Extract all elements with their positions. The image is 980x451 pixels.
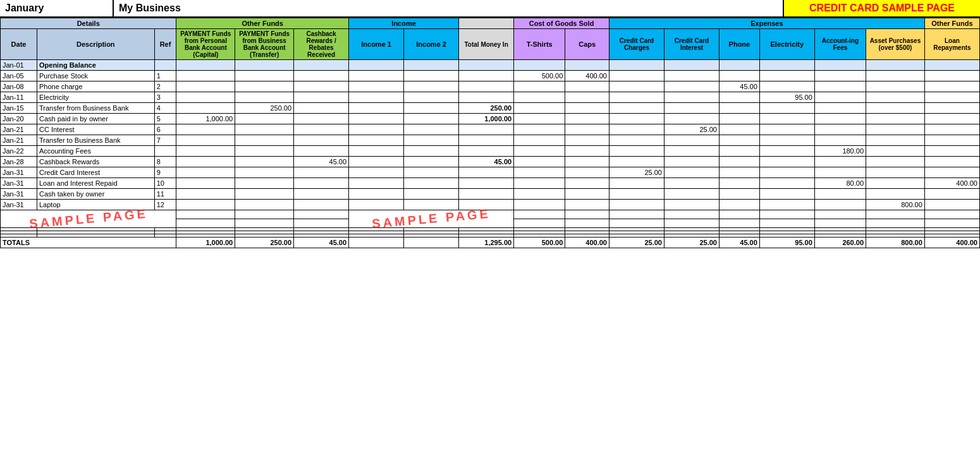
- table-cell: [176, 210, 235, 219]
- table-cell: [719, 103, 759, 114]
- table-cell: [924, 81, 979, 92]
- table-cell: [565, 103, 609, 114]
- col-asset-purchases: Asset Purchases (over $500): [866, 29, 925, 60]
- table-cell: [664, 60, 719, 71]
- table-cell: [349, 92, 404, 103]
- table-cell: [759, 81, 814, 92]
- table-cell: [565, 210, 609, 219]
- table-cell: [565, 167, 609, 178]
- table-cell: [924, 167, 979, 178]
- table-cell: 12: [154, 200, 176, 210]
- table-cell: [459, 135, 514, 146]
- table-cell: [235, 167, 294, 178]
- table-row: Jan-01Opening Balance: [1, 60, 980, 71]
- table-cell: [664, 114, 719, 124]
- table-cell: [235, 124, 294, 135]
- table-cell: [759, 103, 814, 114]
- table-cell: [814, 103, 866, 114]
- table-cell: [404, 124, 459, 135]
- table-cell: [664, 189, 719, 200]
- table-cell: [235, 114, 294, 124]
- table-cell: [924, 200, 979, 210]
- table-cell: Jan-08: [1, 81, 37, 92]
- table-cell: [176, 157, 235, 167]
- table-cell: [235, 157, 294, 167]
- table-cell: [609, 200, 664, 210]
- table-cell: [176, 219, 235, 228]
- table-cell: [514, 167, 565, 178]
- table-cell: [759, 219, 814, 228]
- table-cell: [404, 81, 459, 92]
- table-cell: Jan-28: [1, 157, 37, 167]
- table-cell: [235, 60, 294, 71]
- table-cell: [349, 114, 404, 124]
- table-cell: [565, 146, 609, 157]
- table-cell: [349, 135, 404, 146]
- table-cell: [235, 210, 294, 219]
- table-cell: [514, 60, 565, 71]
- sample-text-details: SAMPLE PAGE: [1, 210, 176, 228]
- totals-cell: 1,295.00: [459, 238, 514, 248]
- table-cell: [294, 167, 349, 178]
- table-cell: [514, 178, 565, 189]
- table-cell: [866, 81, 925, 92]
- table-cell: [514, 103, 565, 114]
- col-cc-interest: Credit Card Interest: [664, 29, 719, 60]
- table-cell: [294, 71, 349, 81]
- table-cell: 9: [154, 167, 176, 178]
- table-cell: [349, 60, 404, 71]
- table-cell: Jan-31: [1, 178, 37, 189]
- table-cell: [404, 60, 459, 71]
- table-cell: [759, 200, 814, 210]
- table-cell: [814, 92, 866, 103]
- table-cell: Credit Card Interest: [37, 167, 155, 178]
- table-cell: [565, 189, 609, 200]
- table-cell: [176, 178, 235, 189]
- table-cell: [759, 189, 814, 200]
- table-cell: [609, 71, 664, 81]
- table-cell: [349, 178, 404, 189]
- table-cell: [924, 157, 979, 167]
- table-cell: Jan-20: [1, 114, 37, 124]
- table-cell: [514, 81, 565, 92]
- totals-cell: 260.00: [814, 238, 866, 248]
- totals-row: TOTALS1,000.00250.0045.001,295.00500.004…: [1, 238, 980, 248]
- table-cell: [664, 219, 719, 228]
- table-cell: [866, 103, 925, 114]
- table-cell: CC Interest: [37, 124, 155, 135]
- table-cell: [294, 210, 349, 219]
- table-cell: [924, 103, 979, 114]
- table-cell: Transfer to Business Bank: [37, 135, 155, 146]
- table-cell: [759, 178, 814, 189]
- table-cell: [866, 189, 925, 200]
- table-cell: Jan-21: [1, 135, 37, 146]
- table-cell: 3: [154, 92, 176, 103]
- business-label: My Business: [114, 0, 783, 16]
- table-cell: [719, 71, 759, 81]
- table-cell: [866, 157, 925, 167]
- table-cell: Accounting Fees: [37, 146, 155, 157]
- table-cell: [924, 60, 979, 71]
- table-cell: [459, 81, 514, 92]
- col-electricity: Electricity: [759, 29, 814, 60]
- section-cogs: Cost of Goods Sold: [514, 18, 609, 29]
- table-cell: [349, 157, 404, 167]
- table-cell: [459, 60, 514, 71]
- table-cell: [609, 210, 664, 219]
- table-cell: [294, 81, 349, 92]
- table-row: Jan-15Transfer from Business Bank4250.00…: [1, 103, 980, 114]
- table-row: Jan-22Accounting Fees180.00: [1, 146, 980, 157]
- table-cell: [404, 146, 459, 157]
- col-payment-personal: PAYMENT Funds from Personal Bank Account…: [176, 29, 235, 60]
- table-cell: [459, 92, 514, 103]
- table-cell: [759, 135, 814, 146]
- table-cell: [924, 71, 979, 81]
- table-cell: [235, 92, 294, 103]
- table-cell: [404, 103, 459, 114]
- totals-cell: 25.00: [664, 238, 719, 248]
- table-cell: 45.00: [294, 157, 349, 167]
- table-cell: 25.00: [609, 167, 664, 178]
- table-cell: [294, 189, 349, 200]
- table-cell: [924, 219, 979, 228]
- table-cell: [176, 135, 235, 146]
